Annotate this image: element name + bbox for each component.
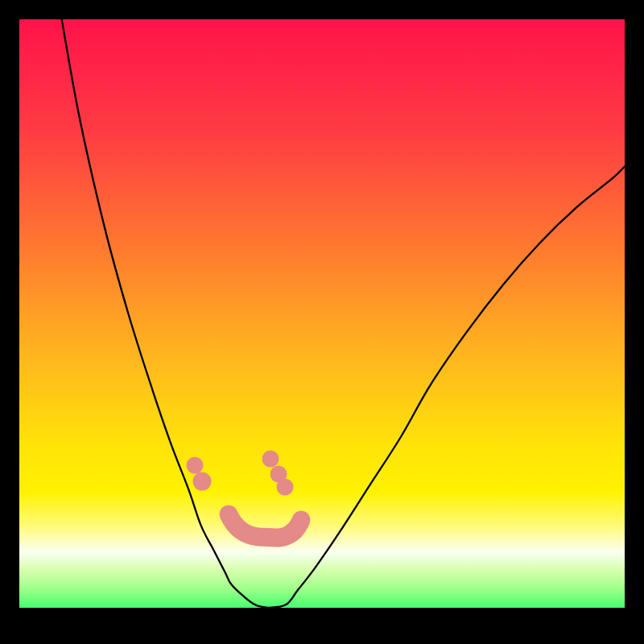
outer-frame: TheBottlenecker.com xyxy=(0,0,644,644)
bottleneck-chart xyxy=(19,19,625,625)
gradient-background xyxy=(19,19,625,625)
marker-left-lower xyxy=(193,473,212,491)
marker-right-top xyxy=(262,451,279,468)
baseline-bar xyxy=(19,608,625,625)
chart-stage: TheBottlenecker.com xyxy=(19,19,625,625)
marker-left-upper xyxy=(187,457,204,474)
marker-right-bottom xyxy=(277,479,294,496)
